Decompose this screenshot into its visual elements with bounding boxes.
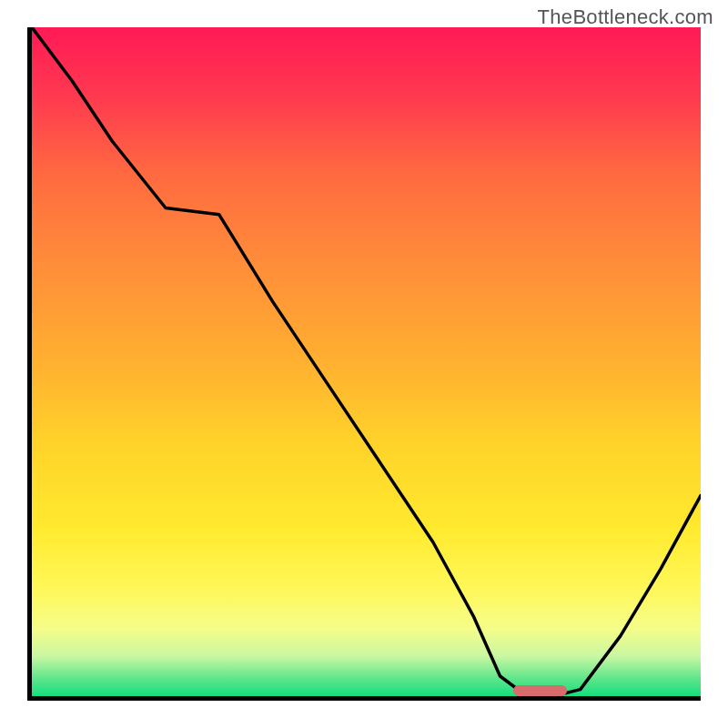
bottleneck-curve — [32, 27, 701, 696]
optimal-zone-marker — [513, 685, 567, 696]
chart-container: TheBottleneck.com — [0, 0, 728, 728]
watermark-text: TheBottleneck.com — [538, 5, 713, 29]
plot-area — [27, 27, 701, 701]
curve-path — [32, 27, 701, 696]
plot-inner — [32, 27, 701, 696]
